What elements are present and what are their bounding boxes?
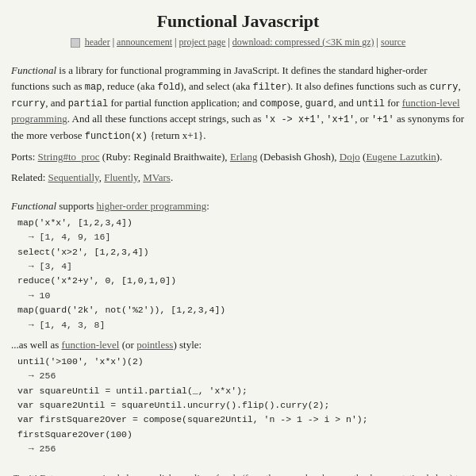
intro-paragraph: Functional is a library for functional p… bbox=[11, 63, 465, 144]
guard-code: guard bbox=[305, 98, 333, 109]
nav-source[interactable]: source bbox=[381, 36, 405, 48]
rcurry-code: rcurry bbox=[11, 98, 45, 109]
examples-section: Functional supports higher-order program… bbox=[0, 192, 476, 463]
pointless-link[interactable]: pointless bbox=[136, 339, 173, 351]
result-line: → 256 bbox=[17, 442, 465, 456]
tryme-section: Try it! Enter an expression below, or cl… bbox=[0, 463, 476, 476]
higher-order-link[interactable]: higher-order programming bbox=[97, 200, 207, 212]
code-line[interactable]: reduce('x*2+y', 0, [1,0,1,0]) bbox=[17, 274, 465, 288]
string-to-proc-link[interactable]: String#to_proc bbox=[38, 151, 100, 163]
code-line[interactable]: until('>100', 'x*x')(2) bbox=[17, 355, 465, 369]
curry-code: curry bbox=[430, 82, 459, 93]
code-block-2: until('>100', 'x*x')(2) → 256 var square… bbox=[17, 355, 465, 457]
eugene-link[interactable]: Eugene Lazutkin bbox=[366, 151, 436, 163]
header-icon bbox=[71, 38, 80, 48]
partial-code: partial bbox=[68, 98, 108, 109]
higher-order-intro: Functional supports higher-order program… bbox=[11, 200, 465, 213]
xx1-code: 'x+1' bbox=[326, 114, 355, 125]
code-line[interactable]: map('x*x', [1,2,3,4]) bbox=[17, 216, 465, 230]
ports-line: Ports: String#to_proc (Ruby: Reginald Br… bbox=[11, 149, 465, 165]
code-line[interactable]: map(guard('2k', not('%2')), [1,2,3,4]) bbox=[17, 303, 465, 317]
code-block-1: map('x*x', [1,2,3,4]) → [1, 4, 9, 16] se… bbox=[17, 216, 465, 332]
filter-code: filter bbox=[253, 82, 287, 93]
compose-code: compose bbox=[260, 98, 300, 109]
result-line: → 256 bbox=[17, 369, 465, 383]
nav-header[interactable]: header bbox=[85, 36, 110, 48]
p1-code: '+1' bbox=[371, 114, 394, 125]
until-code: until bbox=[356, 98, 385, 109]
nav-project-page[interactable]: project page bbox=[178, 36, 225, 48]
result-line: → [1, 4, 3, 8] bbox=[17, 318, 465, 332]
nav-bar: header | announcement | project page | d… bbox=[0, 36, 476, 48]
sx1-code: 'x -> x+1' bbox=[264, 114, 321, 125]
result-line: → 10 bbox=[17, 289, 465, 303]
tryme-instruction: Try it! Enter an expression below, or cl… bbox=[11, 471, 465, 476]
code-line[interactable]: var squareUntil = until.partial(_, 'x*x'… bbox=[17, 384, 465, 398]
code-line[interactable]: var firstSquare2Over = compose(square2Un… bbox=[17, 413, 465, 427]
fn-level-link2[interactable]: function-level bbox=[62, 339, 120, 351]
result-line: → [1, 4, 9, 16] bbox=[17, 230, 465, 244]
sequentially-link[interactable]: Sequentially bbox=[48, 171, 99, 183]
code-line[interactable]: select('x>2', [1,2,3,4]) bbox=[17, 245, 465, 259]
fn-verbose-code: function(x) bbox=[85, 131, 148, 142]
page-title: Functional Javascript bbox=[0, 0, 476, 36]
functional-name2: Functional bbox=[11, 200, 56, 212]
code-line[interactable]: firstSquare2Over(100) bbox=[17, 428, 465, 442]
nav-announcement[interactable]: announcement bbox=[117, 36, 172, 48]
map-code: map bbox=[85, 82, 102, 93]
intro-section: Functional is a library for functional p… bbox=[0, 56, 476, 192]
nav-download[interactable]: download: compressed (<3K min gz) bbox=[232, 36, 374, 48]
functional-name: Functional bbox=[11, 64, 56, 76]
fold-code: fold bbox=[157, 82, 180, 93]
dojo-link[interactable]: Dojo bbox=[340, 151, 360, 163]
fluently-link[interactable]: Fluently bbox=[104, 171, 138, 183]
result-line: → [3, 4] bbox=[17, 259, 465, 274]
fn-level-intro: ...as well as function-level (or pointle… bbox=[11, 339, 465, 351]
code-line[interactable]: var square2Until = squareUntil.uncurry()… bbox=[17, 398, 465, 413]
mvars-link[interactable]: MVars bbox=[143, 171, 171, 183]
erlang-link[interactable]: Erlang bbox=[230, 151, 258, 163]
related-line: Related: Sequentially, Fluently, MVars. bbox=[11, 170, 465, 186]
